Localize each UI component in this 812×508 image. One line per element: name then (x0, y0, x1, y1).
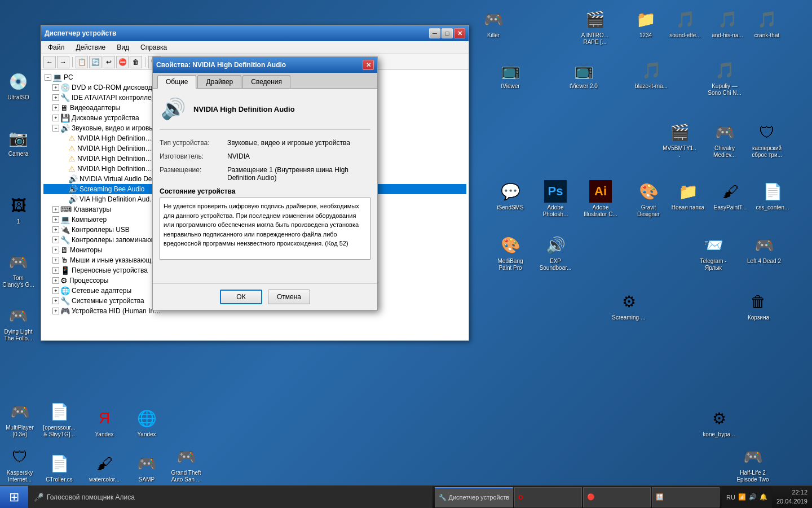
properties-titlebar[interactable]: Свойства: NVIDIA High Definition Audio ✕ (153, 57, 377, 73)
minimize-button[interactable]: ─ (429, 28, 440, 38)
system-tray: RU 📶 🔊 🔔 (722, 486, 772, 509)
desktop-icon-expsound[interactable]: 🔊 EXP Soundboar... (536, 231, 575, 274)
desktop-icon-chrome[interactable]: 🌐 Yandex (127, 405, 166, 440)
desktop-icon-telegram[interactable]: 📨 Telegram - Ярлык (694, 231, 733, 274)
type-label: Тип устройства: (160, 139, 227, 147)
desktop-icon-chivalry[interactable]: 🎮 Chivalry Mediev... (705, 119, 744, 161)
device-big-icon: 🔊 (160, 95, 187, 122)
update-button[interactable]: 🔄 (89, 56, 102, 68)
desktop-icon-screaming[interactable]: ⚙ Screaming-... (609, 288, 648, 323)
tab-driver[interactable]: Драйвер (197, 75, 241, 88)
props-close-button[interactable]: ✕ (363, 60, 374, 70)
manufacturer-label: Изготовитель: (160, 152, 227, 160)
desktop-icon-samp[interactable]: 🎮 SAMP (127, 450, 166, 485)
desktop-icon-dyinglight[interactable]: 🎮 Dying Light The Follo... (0, 302, 37, 344)
desktop-icon-tviewer[interactable]: 📺 tViewer (491, 56, 530, 92)
desktop-icon-killer[interactable]: 🎮 Killer (474, 6, 513, 41)
start-button[interactable]: ⊞ (0, 486, 28, 509)
device-manager-titlebar[interactable]: Диспетчер устройств ─ □ ✕ (41, 25, 469, 41)
desktop: 💿 UltraISO 📷 Camera 🖼 1 🎮 Tom Clancy's G… (0, 0, 812, 485)
desktop-icon-easypaint[interactable]: 🖌 EasyPaintT... (710, 178, 750, 213)
desktop-icon-watercolor[interactable]: 🖌 watercolor... (85, 450, 124, 485)
desktop-icon-soundeffe[interactable]: 🎵 sound-effe... (665, 6, 705, 41)
location-value: Размещение 1 (Внутренняя шина High Defin… (227, 166, 370, 182)
desktop-icon-camera[interactable]: 📷 Camera (0, 124, 37, 160)
desktop-icon-tomclancy[interactable]: 🎮 Tom Clancy's G... (0, 248, 37, 291)
tab-general[interactable]: Общие (157, 75, 196, 89)
desktop-icon-multiplayer[interactable]: 🎮 MultiPlayer [0.3e] (0, 398, 39, 440)
game2-icon: 🎮 (7, 304, 30, 327)
game-icon: 🎮 (7, 251, 30, 273)
search-text: Голосовой помощник Алиса (47, 493, 135, 501)
taskbar-apps: 🔧 Диспетчер устройств O 🔴 🪟 (433, 487, 722, 507)
tray-notification-icon: 🔔 (760, 493, 767, 501)
desktop-icon-photoshop[interactable]: Ps Adobe Photosh... (536, 178, 575, 220)
manufacturer-value: NVIDIA (227, 152, 250, 160)
desktop-icon-kaspersky2[interactable]: 🛡 касперский сброс три... (747, 119, 787, 161)
desktop-icon-ultraiso[interactable]: 💿 UltraISO (0, 68, 37, 103)
type-row: Тип устройства: Звуковые, видео и игровы… (160, 139, 370, 147)
desktop-icon-hl2[interactable]: 🎮 Half-Life 2 Episode Two (733, 443, 773, 485)
desktop-icon-isendsms[interactable]: 💬 iSendSMS (491, 178, 530, 213)
desktop-icon-medibang[interactable]: 🎨 MediBang Paint Pro (491, 231, 530, 274)
device-manager-title: Диспетчер устройств (45, 29, 429, 37)
desktop-icon-ctroller[interactable]: 📄 CTroller.cs (39, 450, 79, 485)
props-window-controls: ✕ (363, 60, 374, 70)
desktop-icon-yandex[interactable]: Я Yandex (85, 405, 124, 440)
status-box[interactable]: Не удается проверить цифровую подпись др… (160, 198, 370, 260)
desktop-icon-1[interactable]: 🖼 1 (0, 192, 37, 227)
desktop-icon-kaspersky[interactable]: 🛡 Kaspersky Internet... (0, 443, 39, 485)
desktop-icon-gravit[interactable]: 🎨 Gravit Designer (629, 178, 668, 220)
location-label: Размещение: (160, 166, 227, 182)
tab-details[interactable]: Сведения (242, 75, 290, 88)
desktop-icon-newfolder[interactable]: 📁 Новая папка (668, 178, 708, 213)
desktop-icon-andhisna[interactable]: 🎵 and-his-na... (708, 6, 747, 41)
separator2 (145, 57, 145, 67)
menu-view[interactable]: Вид (112, 42, 134, 52)
disable-button[interactable]: ⛔ (116, 56, 129, 68)
menu-bar: Файл Действие Вид Справка (41, 41, 469, 54)
taskbar-app-opera[interactable]: O (514, 487, 582, 507)
properties-dialog: Свойства: NVIDIA High Definition Audio ✕… (152, 56, 378, 310)
cancel-button[interactable]: Отмена (268, 290, 310, 304)
desktop-icon-aintro[interactable]: 🎬 A INTRO... RAPE [... (575, 6, 615, 48)
desktop-icon-openssource[interactable]: 📄 [openssour... & SlivyTG]... (39, 398, 79, 440)
manufacturer-row: Изготовитель: NVIDIA (160, 152, 370, 160)
dialog-buttons: ОК Отмена (153, 283, 377, 310)
desktop-icon-blazeit[interactable]: 🎵 blaze-it-ma... (632, 56, 671, 92)
desktop-icon-1234[interactable]: 📁 1234 (626, 6, 665, 41)
rollback-button[interactable]: ↩ (103, 56, 115, 68)
ok-button[interactable]: ОК (220, 290, 262, 304)
ultraiso-icon: 💿 (7, 70, 30, 93)
desktop-icon-tviewer2[interactable]: 📺 tViewer 2.0 (564, 56, 603, 92)
dialog-tabs: Общие Драйвер Сведения (153, 73, 377, 89)
uninstall-button[interactable]: 🗑 (130, 56, 142, 68)
windows-logo-icon: ⊞ (9, 490, 19, 505)
window-controls: ─ □ ✕ (429, 28, 465, 38)
desktop-icon-crankthat[interactable]: 🎵 crank-that (747, 6, 787, 41)
back-button[interactable]: ← (43, 56, 56, 68)
desktop-icon-csscontent[interactable]: 📄 css_conten... (753, 178, 792, 213)
menu-action[interactable]: Действие (72, 42, 111, 52)
desktop-icon-kupuliy[interactable]: 🎵 Kupuliy — Sono Chi N... (705, 56, 744, 99)
properties-button[interactable]: 📋 (76, 56, 88, 68)
taskbar-app-devmanager[interactable]: 🔧 Диспетчер устройств (435, 487, 514, 507)
tray-sound-icon: 🔊 (749, 493, 757, 501)
maximize-button[interactable]: □ (442, 28, 453, 38)
desktop-icon-illustrator[interactable]: Ai Adobe Illustrator C... (581, 178, 620, 220)
taskbar-app-2[interactable]: 🔴 (583, 487, 651, 507)
menu-file[interactable]: Файл (43, 42, 69, 52)
desktop-icon-kone[interactable]: ⚙ kone_bypa... (699, 405, 739, 440)
menu-help[interactable]: Справка (136, 42, 171, 52)
taskbar-app-3[interactable]: 🪟 (652, 487, 720, 507)
desktop-icon-recycle[interactable]: 🗑 Корзина (739, 288, 778, 323)
desktop-icon-l4d2[interactable]: 🎮 Left 4 Dead 2 (744, 231, 784, 267)
properties-title: Свойства: NVIDIA High Definition Audio (156, 61, 363, 69)
folder-icon: 🖼 (7, 194, 30, 217)
clock-time: 22:12 (776, 488, 807, 497)
desktop-icon-gta[interactable]: 🎮 Grand Theft Auto San ... (166, 443, 206, 485)
desktop-icon-mv5[interactable]: 🎬 MV5BMTY1... (660, 119, 699, 161)
close-button[interactable]: ✕ (454, 28, 465, 38)
forward-button[interactable]: → (57, 56, 69, 68)
search-bar[interactable]: 🎤 Голосовой помощник Алиса (28, 486, 433, 509)
